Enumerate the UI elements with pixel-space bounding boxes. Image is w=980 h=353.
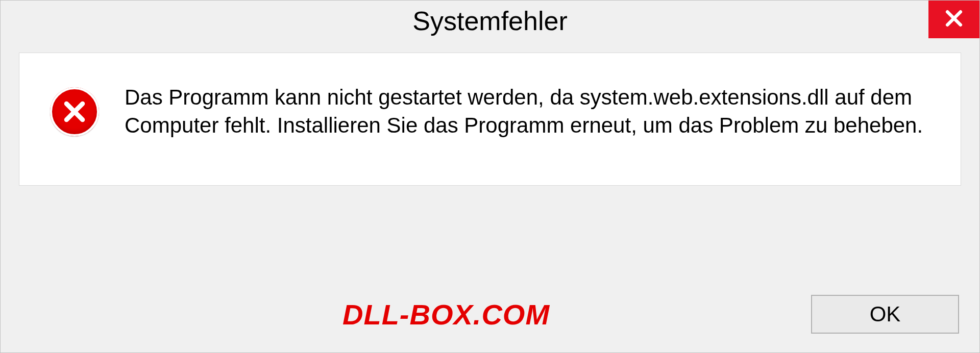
close-icon [943,7,965,32]
error-message: Das Programm kann nicht gestartet werden… [125,84,930,139]
watermark-text: DLL-BOX.COM [21,298,550,331]
titlebar: Systemfehler [1,1,979,41]
error-icon [50,87,99,136]
dialog-title: Systemfehler [412,6,567,36]
ok-button[interactable]: OK [811,295,959,334]
dialog-footer: DLL-BOX.COM OK [1,286,979,352]
error-dialog: Systemfehler Das Programm kann nicht ges… [0,0,980,353]
close-button[interactable] [928,1,979,38]
content-panel: Das Programm kann nicht gestartet werden… [19,53,961,186]
